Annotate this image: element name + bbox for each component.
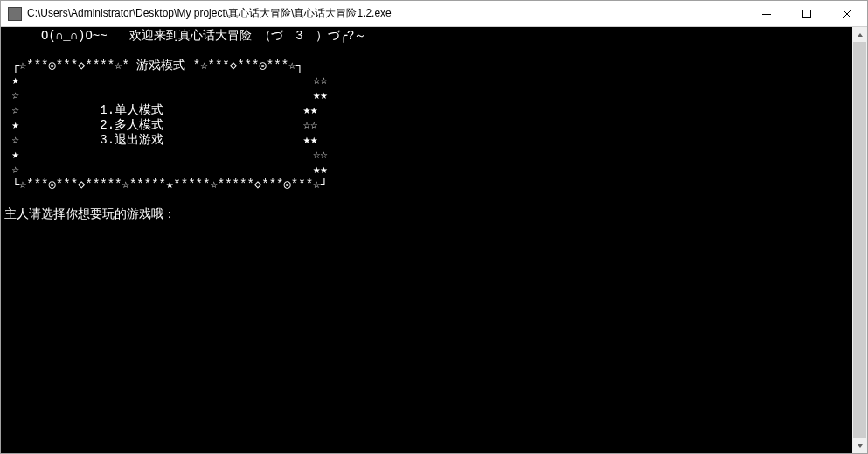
scroll-track[interactable] (852, 42, 867, 438)
svg-marker-4 (858, 33, 863, 37)
box-row: ☆ ★★ (4, 163, 328, 177)
welcome-line: O(∩_∩)O~~ 欢迎来到真心话大冒险 （づ￣3￣）づ╭?～ (4, 29, 366, 43)
chevron-down-icon (857, 443, 864, 450)
window-title: C:\Users\Administrator\Desktop\My projec… (27, 6, 746, 21)
app-window: C:\Users\Administrator\Desktop\My projec… (0, 0, 868, 454)
svg-rect-1 (803, 10, 811, 17)
scroll-down-button[interactable] (852, 438, 867, 453)
close-icon (843, 10, 851, 18)
svg-rect-0 (762, 14, 771, 15)
menu-item-3[interactable]: ☆ 3.退出游戏 ★★ (4, 133, 318, 147)
svg-marker-5 (858, 444, 863, 448)
chevron-up-icon (857, 31, 864, 38)
window-controls (746, 1, 867, 26)
box-row: ★ ☆☆ (4, 148, 328, 162)
menu-item-2[interactable]: ★ 2.多人模式 ☆☆ (4, 118, 318, 132)
prompt-line: 主人请选择你想要玩的游戏哦： (4, 207, 176, 221)
maximize-button[interactable] (787, 1, 827, 26)
minimize-icon (762, 10, 771, 18)
box-row: ☆ ★★ (4, 88, 328, 102)
scroll-thumb[interactable] (853, 42, 866, 438)
menu-item-1[interactable]: ☆ 1.单人模式 ★★ (4, 103, 318, 117)
app-icon (8, 7, 22, 21)
maximize-icon (802, 10, 811, 18)
box-row: ★ ☆☆ (4, 73, 328, 87)
close-button[interactable] (827, 1, 867, 26)
box-bottom: └☆***◎***◇*****☆*****★*****☆*****◇***◎**… (4, 178, 328, 192)
console-area: O(∩_∩)O~~ 欢迎来到真心话大冒险 （づ￣3￣）づ╭?～ ┌☆***◎**… (1, 27, 867, 453)
scroll-up-button[interactable] (852, 27, 867, 42)
minimize-button[interactable] (746, 1, 787, 26)
vertical-scrollbar[interactable] (852, 27, 867, 453)
box-top: ┌☆***◎***◇****☆* 游戏模式 *☆***◇***◎***☆┐ (4, 59, 303, 73)
console-output[interactable]: O(∩_∩)O~~ 欢迎来到真心话大冒险 （づ￣3￣）づ╭?～ ┌☆***◎**… (1, 27, 852, 453)
titlebar[interactable]: C:\Users\Administrator\Desktop\My projec… (1, 1, 867, 27)
